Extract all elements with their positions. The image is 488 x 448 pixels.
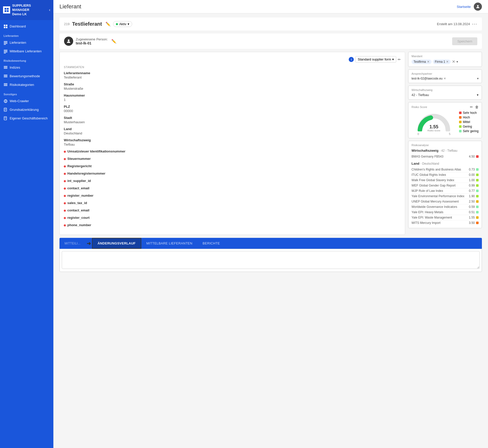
status-dot [116, 23, 118, 25]
supplier-name: Testlieferant [72, 21, 102, 27]
svg-rect-21 [4, 77, 7, 77]
tab-mitteili[interactable]: MITTEILI... [59, 239, 86, 248]
content-textarea[interactable] [62, 251, 480, 269]
two-col-layout: i Standard supplier form ▾ ✏ STAMMDATEN … [59, 52, 482, 235]
svg-rect-9 [4, 42, 7, 43]
required-fields: Umsatzsteuer Identifikationsnummer Steue… [64, 149, 401, 227]
save-button[interactable]: Speichern [452, 37, 477, 45]
svg-point-35 [477, 5, 479, 7]
ansprechpartner-close-icon[interactable]: ✕ [444, 77, 446, 80]
ansprechpartner-row: test-lk-02@lawcode.eu ✕ ▾ [411, 77, 479, 80]
mandant-tag-testfirma-close[interactable]: ✕ [427, 60, 430, 64]
legend-dot [459, 130, 462, 132]
form-field-wirtschaftszweig: Wirtschaftszweig Tiefbau [64, 138, 401, 146]
risiko-edit-icon[interactable]: ✏ [470, 105, 473, 109]
form-edit-pen-icon[interactable]: ✏ [398, 57, 401, 61]
tab-berichte[interactable]: BERICHTE [197, 238, 225, 248]
ansprechpartner-tag: test-lk-02@lawcode.eu ✕ [411, 77, 446, 80]
tab-mittelbare-lieferanten[interactable]: MITTELBARE LIEFERANTEN [141, 238, 197, 248]
supplier-name-edit-icon[interactable]: ✏️ [105, 22, 111, 26]
assigned-edit-icon[interactable]: ✏️ [111, 39, 116, 44]
startseite-link[interactable]: Startseite [457, 5, 471, 9]
svg-rect-12 [4, 50, 7, 50]
mandant-tag-firma1-close[interactable]: ✕ [446, 60, 449, 64]
risikoanalyse-label: Risikoanalyse [411, 144, 479, 147]
sidebar-item-web-crawler[interactable]: Web-Crawler [0, 97, 53, 105]
land-row: Yale Environmental Performance Index 1.9… [411, 194, 479, 199]
mandant-tag-firma1: Firma 1 ✕ [433, 59, 451, 64]
assigned-person-name: test-lk-01 [76, 41, 108, 45]
sidebar-collapse-button[interactable]: ‹ [49, 8, 50, 12]
sidebar-item-bewertungsmethode[interactable]: Bewertungsmethode [0, 72, 53, 81]
risiko-land-title: Land - Deutschland [411, 162, 479, 165]
land-row: WJP Rule of Law Index 0.77 [411, 188, 479, 194]
risiko-icons: ✏ 🗑 [470, 105, 479, 109]
sidebar-section-risikobewertung: Risikobewertung [0, 56, 53, 63]
sidebar-item-risikokategorien[interactable]: Risikokategorien [0, 81, 53, 89]
sidebar-item-grundsatzerklaerung[interactable]: Grundsatzerklärung [0, 105, 53, 114]
required-field-registergericht: Registergericht [64, 164, 401, 168]
assigned-info: Zugewiesene Person: test-lk-01 [76, 37, 108, 45]
risiko-delete-icon[interactable]: 🗑 [475, 105, 479, 109]
legend-item-gering: Gering [459, 125, 479, 128]
more-options-button[interactable]: ··· [472, 21, 477, 27]
svg-rect-4 [4, 25, 5, 26]
required-dot [64, 217, 66, 219]
form-field-land: Land Deutschland [64, 127, 401, 135]
required-dot [64, 224, 66, 226]
svg-rect-34 [5, 118, 6, 118]
sidebar-item-lieferanten[interactable]: Lieferanten [0, 38, 53, 47]
required-field-handelsregisternummer: Handelsregisternummer [64, 172, 401, 176]
wirtschaftszweig-select[interactable]: 42 - Tiefbau ▾ [411, 93, 479, 97]
supplier-status-badge[interactable]: Aktiv ▾ [113, 21, 132, 27]
svg-rect-11 [4, 44, 6, 45]
right-panel: Mandant Testfirma ✕ Firma 1 ✕ ✕ ▾ [408, 52, 482, 235]
sidebar-item-dashboard[interactable]: Dashboard [0, 22, 53, 31]
required-dot [64, 188, 66, 190]
mandant-dropdown-arrow[interactable]: ▾ [456, 60, 458, 64]
form-select-label: Standard supplier form [358, 57, 391, 61]
svg-rect-15 [4, 53, 6, 53]
tabs-bar: MITTEILI... ➜ ÄNDERUNGSVERLAUF MITTELBAR… [59, 238, 482, 249]
sidebar-item-eigener-geschaeftsbereich[interactable]: Eigener Geschäftsbereich [0, 114, 53, 123]
user-avatar[interactable] [474, 3, 482, 11]
svg-rect-3 [7, 10, 9, 12]
svg-rect-8 [4, 41, 7, 42]
land-row: UNEP Global Mercury Assessment 2.50 [411, 199, 479, 204]
svg-text:1.55: 1.55 [430, 124, 438, 129]
land-row: Yale EPI: Waste Management 1.55 [411, 215, 479, 220]
svg-rect-22 [4, 83, 7, 84]
supplier-header-left: 219 Testlieferant ✏️ Aktiv ▾ [64, 21, 132, 27]
form-type-select[interactable]: Standard supplier form ▾ [355, 56, 396, 63]
ansprechpartner-box: Ansprechpartner test-lk-02@lawcode.eu ✕ … [408, 69, 482, 83]
sidebar-item-mittelbare-lieferanten[interactable]: Mittelbare Lieferanten [0, 47, 53, 56]
mandant-clear-button[interactable]: ✕ [452, 59, 455, 64]
svg-rect-0 [5, 8, 6, 10]
svg-rect-14 [4, 52, 7, 52]
mandant-label: Mandant [411, 55, 479, 58]
required-dot [64, 165, 66, 167]
sidebar-item-indizes[interactable]: Indizes [0, 63, 53, 72]
app-title: SUPPLIERS MANAGER Demo LK [12, 4, 31, 17]
land-row: Worldwide Governance Indicators 0.59 [411, 204, 479, 210]
required-dot [64, 158, 66, 160]
risikoanalyse-panel: Risikoanalyse Wirtschaftszweig - 42 - Ti… [408, 141, 482, 228]
required-field-int_supplier_id: int_supplier_id [64, 179, 401, 183]
gauge-max: 5 [449, 132, 450, 135]
gauge-min: 0 [417, 132, 419, 135]
supplier-header: 219 Testlieferant ✏️ Aktiv ▾ Erstellt am… [59, 18, 482, 30]
wirtschaftszweig-dropdown-arrow: ▾ [477, 93, 479, 97]
tab-aenderungsverlauf[interactable]: ÄNDERUNGSVERLAUF [92, 238, 141, 249]
land-row: Yale EPI: Heavy Metals 0.51 [411, 210, 479, 215]
legend-dot [459, 121, 462, 123]
required-field-steuernummer: Steuernummer [64, 157, 401, 161]
required-field-umsatzsteuer-identifikationsnummer: Umsatzsteuer Identifikationsnummer [64, 149, 401, 154]
land-rows: Children's Rights and Business Atlas 0.7… [411, 167, 479, 225]
required-dot [64, 202, 66, 204]
svg-rect-7 [6, 27, 7, 28]
form-section-label: STAMMDATEN [64, 66, 401, 69]
svg-rect-29 [5, 109, 6, 109]
ansprechpartner-dropdown-arrow[interactable]: ▾ [477, 77, 479, 80]
info-icon[interactable]: i [349, 57, 354, 62]
wirtschaftszweig-rows: BMAS Germany FB543 4.50 [411, 154, 479, 159]
